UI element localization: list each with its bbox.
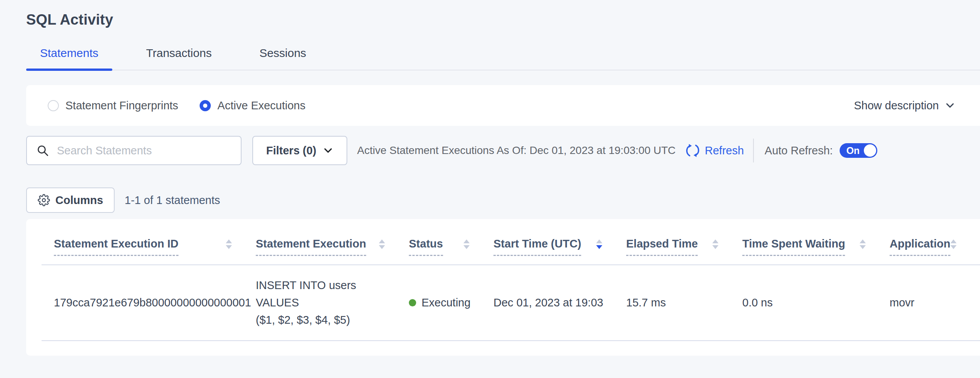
search-statements-box	[26, 136, 242, 165]
filters-label: Filters (0)	[266, 144, 317, 157]
table-row[interactable]: 179cca7921e679b80000000000000001 INSERT …	[42, 265, 980, 341]
status-dot-icon	[409, 299, 416, 306]
search-input[interactable]	[56, 144, 232, 157]
cell-start-time: Dec 01, 2023 at 19:03	[493, 265, 626, 340]
show-description-label: Show description	[854, 99, 939, 112]
cell-elapsed-time: 15.7 ms	[626, 265, 742, 340]
chevron-down-icon	[323, 145, 333, 156]
status-label: Executing	[422, 296, 470, 309]
view-mode-radio-group: Statement Fingerprints Active Executions	[48, 99, 305, 112]
statements-table-card: Statement Execution ID Statement Executi…	[26, 219, 980, 356]
column-header-application[interactable]: Application	[890, 219, 980, 264]
column-header-time-spent-waiting[interactable]: Time Spent Waiting	[742, 219, 890, 264]
result-count: 1-1 of 1 statements	[125, 194, 220, 207]
sort-icon	[860, 239, 866, 249]
sort-icon	[463, 239, 470, 249]
tab-transactions[interactable]: Transactions	[132, 47, 226, 70]
refresh-button[interactable]: Refresh	[685, 143, 744, 158]
radio-label: Statement Fingerprints	[65, 99, 178, 112]
refresh-icon	[685, 143, 700, 158]
tab-bar: Statements Transactions Sessions	[26, 47, 980, 70]
column-header-statement-execution-id[interactable]: Statement Execution ID	[54, 219, 256, 264]
table-toolbar: Columns 1-1 of 1 statements	[26, 187, 980, 213]
page-title: SQL Activity	[0, 0, 980, 28]
radio-unselected-icon	[48, 100, 59, 111]
sort-icon	[712, 239, 718, 249]
gear-icon	[38, 194, 50, 206]
toggle-state-label: On	[846, 145, 860, 156]
cell-time-spent-waiting: 0.0 ns	[742, 265, 890, 340]
columns-button[interactable]: Columns	[26, 187, 115, 213]
refresh-label: Refresh	[705, 144, 744, 157]
toggle-knob	[864, 144, 876, 157]
column-header-elapsed-time[interactable]: Elapsed Time	[626, 219, 742, 264]
sort-icon	[950, 239, 957, 249]
auto-refresh-toggle[interactable]: On	[840, 143, 877, 158]
cell-application: movr	[890, 265, 980, 340]
as-of-timestamp: Active Statement Executions As Of: Dec 0…	[357, 144, 676, 157]
chevron-down-icon	[945, 100, 955, 111]
sql-activity-page: SQL Activity Statements Transactions Ses…	[0, 0, 980, 356]
sort-icon	[226, 239, 232, 249]
radio-active-executions[interactable]: Active Executions	[200, 99, 305, 112]
cell-statement[interactable]: INSERT INTO users VALUES ($1, $2, $3, $4…	[256, 265, 409, 340]
cell-execution-id[interactable]: 179cca7921e679b80000000000000001	[54, 265, 256, 340]
columns-label: Columns	[55, 194, 103, 207]
tab-sessions[interactable]: Sessions	[245, 47, 320, 70]
column-header-status[interactable]: Status	[409, 219, 493, 264]
search-icon	[36, 144, 49, 157]
filter-bar: Filters (0) Active Statement Executions …	[26, 136, 980, 165]
show-description-toggle[interactable]: Show description	[854, 99, 955, 112]
column-header-statement-execution[interactable]: Statement Execution	[256, 219, 409, 264]
tab-statements[interactable]: Statements	[26, 47, 112, 70]
auto-refresh-label: Auto Refresh:	[765, 144, 833, 157]
radio-statement-fingerprints[interactable]: Statement Fingerprints	[48, 99, 178, 112]
filters-button[interactable]: Filters (0)	[252, 136, 347, 165]
divider	[753, 139, 754, 162]
column-header-start-time[interactable]: Start Time (UTC)	[493, 219, 626, 264]
cell-status: Executing	[409, 265, 493, 340]
radio-label: Active Executions	[217, 99, 305, 112]
radio-selected-icon	[200, 100, 211, 111]
view-mode-card: Statement Fingerprints Active Executions…	[26, 85, 980, 126]
sort-icon	[596, 239, 602, 249]
sort-icon	[379, 239, 385, 249]
table-header-row: Statement Execution ID Statement Executi…	[42, 219, 980, 265]
